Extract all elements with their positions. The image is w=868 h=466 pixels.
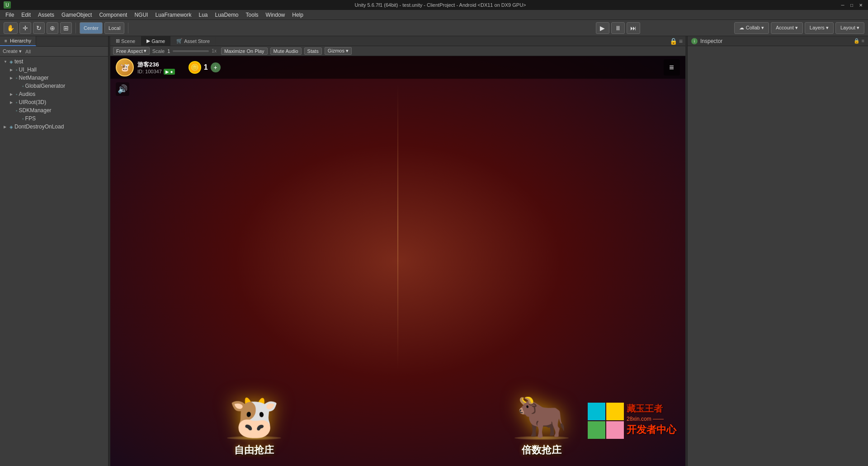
add-coins-button[interactable]: +	[211, 62, 221, 72]
transform-rotate-tool[interactable]: ↻	[33, 22, 45, 34]
hierarchy-item-sdkmanager[interactable]: ◦SDKManager	[0, 106, 108, 114]
player-info: 游客236 ID: 100347 ▶ ●	[137, 61, 175, 75]
menu-item-assets[interactable]: Assets	[34, 11, 58, 19]
hierarchy-item-audios[interactable]: ▶◦Audios	[0, 90, 108, 98]
hierarchy-tab[interactable]: ≡ Hierarchy	[0, 36, 36, 46]
gizmos-button[interactable]: Gizmos ▾	[325, 47, 352, 55]
hierarchy-item-icon: ◈	[9, 124, 13, 129]
hierarchy-item-dontdestroyonload[interactable]: ▶◈DontDestroyOnLoad	[0, 123, 108, 131]
create-label: Create ▾	[3, 48, 22, 54]
hierarchy-item-test[interactable]: ▼◈test	[0, 57, 108, 66]
hierarchy-item-fps[interactable]: ◦FPS	[0, 114, 108, 123]
color-block-cyan	[588, 403, 605, 420]
watermark-content: 藏玉王者 28xin.com —— 开发者中心	[588, 403, 676, 439]
menu-item-luademo[interactable]: LuaDemo	[212, 11, 242, 19]
hierarchy-item-label: GlobalGenerator	[25, 83, 66, 89]
game-tab[interactable]: ▶ Game	[141, 36, 171, 46]
expand-arrow-icon: ▼	[4, 60, 8, 64]
expand-arrow-icon: ▶	[10, 68, 14, 72]
toolbar: ✋ ✛ ↻ ⊕ ⊞ Center Local ▶ ⏸ ⏭ ☁ Collab ▾ …	[0, 20, 868, 36]
maximize-button[interactable]: □	[848, 1, 855, 9]
menu-item-file[interactable]: File	[2, 11, 18, 19]
hierarchy-item-ui-hall[interactable]: ▶◦UI_Hall	[0, 66, 108, 74]
gizmos-label: Gizmos ▾	[328, 48, 349, 54]
watermark-overlay: 藏玉王者 28xin.com —— 开发者中心	[588, 403, 676, 439]
color-blocks	[588, 403, 624, 439]
collab-button[interactable]: ☁ Collab ▾	[734, 22, 769, 34]
menu-item-tools[interactable]: Tools	[242, 11, 262, 19]
step-button[interactable]: ⏭	[627, 22, 640, 34]
transform-rect-tool[interactable]: ⊞	[60, 22, 72, 34]
toolbar-separator-2	[128, 23, 128, 33]
asset-store-icon: 🛒	[176, 38, 183, 44]
stats-button[interactable]: Stats	[304, 48, 322, 55]
free-aspect-dropdown-icon: ▾	[144, 48, 146, 54]
center-divider	[397, 83, 398, 370]
menu-item-luaframework[interactable]: LuaFramework	[151, 11, 195, 19]
scale-slider[interactable]	[173, 50, 209, 52]
inspector-menu-icon[interactable]: ≡	[862, 38, 864, 44]
scene-tab[interactable]: ⊞ Scene	[110, 36, 141, 46]
inspector-header: i Inspector 🔒 ≡	[688, 36, 868, 46]
hierarchy-item-label: NetManager	[19, 75, 49, 81]
toolbar-separator-1	[75, 23, 76, 33]
menu-item-lua[interactable]: Lua	[195, 11, 211, 19]
menu-item-gameobject[interactable]: GameObject	[58, 11, 95, 19]
game-view: 🐮 游客236 ID: 100347 ▶ ● 🪙 1 + ≡	[110, 56, 685, 466]
scale-label: Scale	[152, 48, 165, 54]
search-all-filter[interactable]: All	[25, 49, 31, 54]
hierarchy-item-netmanager[interactable]: ▶◦NetManager	[0, 74, 108, 82]
local-button[interactable]: Local	[104, 22, 124, 34]
player-name: 游客236	[137, 61, 175, 69]
hierarchy-item-icon: ◦	[22, 84, 24, 89]
inspector-icon: i	[691, 38, 698, 44]
menu-bar: FileEditAssetsGameObjectComponentNGUILua…	[0, 10, 868, 20]
account-button[interactable]: Account ▾	[771, 22, 803, 34]
hierarchy-tab-label: Hierarchy	[10, 38, 31, 43]
hierarchy-item-label: Audios	[19, 91, 36, 97]
coin-count: 1	[204, 63, 208, 71]
hierarchy-item-label: UIRoot(3D)	[19, 99, 47, 105]
color-block-yellow	[606, 403, 624, 420]
hierarchy-item-label: SDKManager	[19, 107, 52, 114]
hamburger-menu-button[interactable]: ≡	[664, 59, 680, 76]
play-button[interactable]: ▶	[596, 22, 609, 34]
expand-arrow-icon: ▶	[10, 92, 14, 96]
menu-item-window[interactable]: Window	[262, 11, 289, 19]
hierarchy-item-globalgenerator[interactable]: ◦GlobalGenerator	[0, 82, 108, 90]
maximize-on-play-button[interactable]: Maximize On Play	[221, 48, 268, 55]
free-aspect-label: Free Aspect	[116, 48, 143, 54]
expand-arrow-icon: ▶	[10, 76, 14, 80]
menu-item-edit[interactable]: Edit	[18, 11, 34, 19]
menu-item-component[interactable]: Component	[95, 11, 131, 19]
panel-menu-icon[interactable]: ≡	[679, 38, 683, 45]
pause-button[interactable]: ⏸	[611, 22, 625, 34]
sound-icon[interactable]: 🔊	[116, 82, 129, 96]
title-bar: U Unity 5.6.7f1 (64bit) - test.unity - C…	[0, 0, 868, 10]
layers-button[interactable]: Layers ▾	[805, 22, 834, 34]
transform-move-tool[interactable]: ✛	[19, 22, 31, 34]
minimize-button[interactable]: ─	[839, 1, 846, 9]
free-aspect-button[interactable]: Free Aspect ▾	[113, 47, 150, 55]
hierarchy-item-uiroot-3d-[interactable]: ▶◦UIRoot(3D)	[0, 98, 108, 106]
menu-item-help[interactable]: Help	[288, 11, 307, 19]
transform-scale-tool[interactable]: ⊕	[47, 22, 58, 34]
cloud-icon: ☁	[739, 25, 744, 31]
game-tab-label: Game	[151, 38, 165, 44]
panel-lock-icon[interactable]: 🔒	[670, 38, 677, 45]
layout-button[interactable]: Layout ▾	[835, 22, 864, 34]
create-button[interactable]: Create ▾	[3, 48, 22, 54]
center-button[interactable]: Center	[80, 22, 103, 34]
mute-audio-button[interactable]: Mute Audio	[270, 48, 302, 55]
close-button[interactable]: ✕	[857, 1, 864, 9]
asset-store-tab[interactable]: 🛒 Asset Store	[171, 36, 216, 46]
watermark-title: 藏玉王者	[627, 403, 676, 415]
inspector-lock-icon[interactable]: 🔒	[854, 38, 860, 44]
transform-hand-tool[interactable]: ✋	[4, 22, 18, 34]
menu-item-ngui[interactable]: NGUI	[131, 11, 151, 19]
char-figure-left: 🐮	[229, 396, 279, 437]
mute-audio-label: Mute Audio	[274, 48, 298, 54]
game-icon: ▶	[146, 38, 150, 44]
hierarchy-item-icon: ◦	[16, 67, 18, 72]
search-all-label: All	[25, 49, 31, 54]
